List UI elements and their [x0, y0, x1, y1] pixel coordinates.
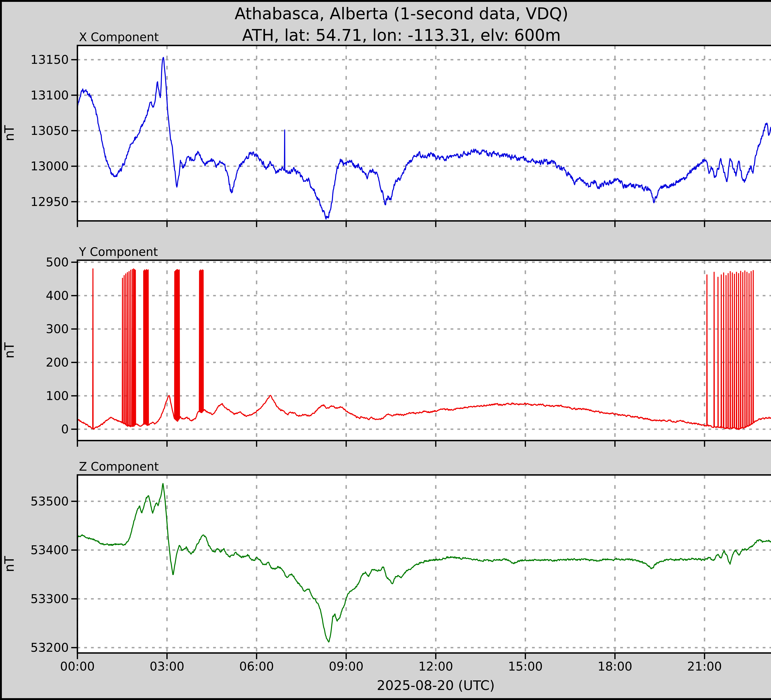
x-tick-label: 06:00 — [230, 660, 283, 673]
plot-background — [77, 260, 771, 440]
y-tick-label: 53300 — [7, 593, 69, 605]
plot-background — [77, 45, 771, 221]
panel-title-x-component: X Component — [79, 31, 159, 43]
x-tick-label: 03:00 — [141, 660, 193, 673]
x-tick-label: 09:00 — [320, 660, 372, 673]
y-tick-label: 13000 — [7, 160, 69, 173]
y-tick-label: 53400 — [7, 544, 69, 557]
y-component-plot — [77, 260, 771, 440]
y-tick-label: 300 — [7, 323, 69, 335]
x-tick-label: 12:00 — [410, 660, 462, 673]
x-axis-label: 2025-08-20 (UTC) — [77, 678, 771, 693]
figure-title: Athabasca, Alberta (1-second data, VDQ) — [0, 3, 771, 25]
z-component-plot — [77, 475, 771, 653]
y-tick-label: 53200 — [7, 641, 69, 654]
x-tick-label: 15:00 — [499, 660, 551, 673]
y-tick-label: 0 — [7, 423, 69, 435]
y-tick-label: 100 — [7, 390, 69, 402]
y-tick-label: 200 — [7, 356, 69, 369]
y-tick-label: 13050 — [7, 124, 69, 137]
y-tick-label: 53500 — [7, 495, 69, 508]
x-component-plot — [77, 45, 771, 221]
panel-title-y-component: Y Component — [79, 246, 158, 258]
y-tick-label: 12950 — [7, 195, 69, 208]
y-tick-label: 13150 — [7, 53, 69, 66]
y-tick-label: 13100 — [7, 89, 69, 102]
x-tick-label: 21:00 — [678, 660, 731, 673]
panel-title-z-component: Z Component — [79, 461, 159, 473]
x-tick-label: 18:00 — [589, 660, 641, 673]
x-tick-label: 00:00 — [51, 660, 104, 673]
magnetometer-figure: { "figure": { "title": "Athabasca, Alber… — [0, 0, 771, 700]
y-tick-label: 400 — [7, 289, 69, 302]
y-axis-label-text: nT — [2, 556, 17, 572]
y-tick-label: 500 — [7, 256, 69, 269]
